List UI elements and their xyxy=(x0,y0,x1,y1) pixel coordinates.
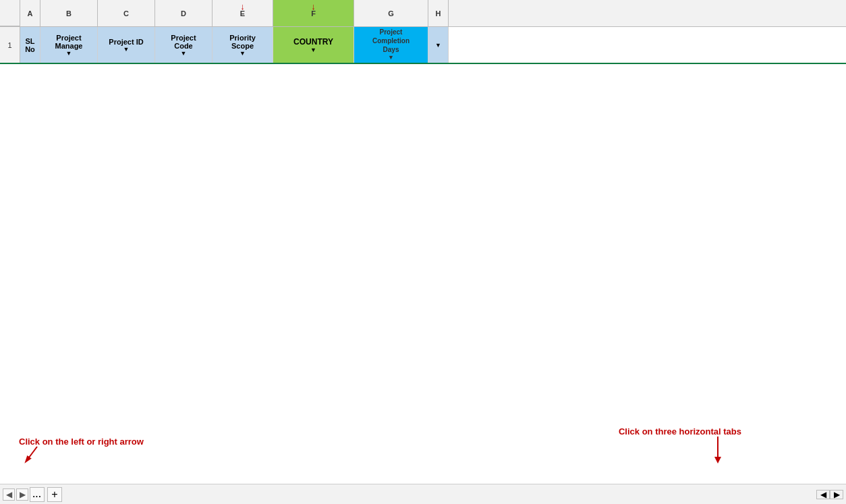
col-letter-g: G xyxy=(354,0,428,26)
data-rows: 1 SLNo ProjectManage▼ Project ID▼ Projec… xyxy=(0,27,846,64)
spreadsheet: A B C D E ↓ F ↓ G H 1 S xyxy=(0,0,846,504)
header-pm: ProjectManage▼ xyxy=(40,27,98,63)
header-days: ProjectCompletionDays ▼ xyxy=(354,27,428,63)
scroll-left-btn[interactable]: ◀ xyxy=(816,490,830,499)
header-pcode: ProjectCode ▼ xyxy=(155,27,213,63)
row-num-1: 1 xyxy=(0,27,20,63)
scroll-right-btn[interactable]: ▶ xyxy=(830,490,843,499)
corner-cell xyxy=(0,0,20,26)
col-letter-a: A xyxy=(20,0,40,26)
col-letter-c: C xyxy=(98,0,155,26)
tab-add-button[interactable]: + xyxy=(47,487,62,502)
header-scope: PriorityScope▼ xyxy=(213,27,273,63)
col-letter-f: F ↓ xyxy=(273,0,354,26)
col-letter-h: H xyxy=(428,0,449,26)
tab-nav-right[interactable]: ▶ xyxy=(16,488,28,501)
col-letter-b: B xyxy=(40,0,98,26)
sheet-area: A B C D E ↓ F ↓ G H 1 S xyxy=(0,0,846,484)
country-arrow-indicator: ↓ xyxy=(311,1,316,11)
header-country: COUNTRY▼ xyxy=(273,27,354,63)
tab-more-button[interactable]: ... xyxy=(30,487,45,502)
col-letters-row: A B C D E ↓ F ↓ G H xyxy=(0,0,846,27)
col-letter-d: D xyxy=(155,0,213,26)
tab-nav-left[interactable]: ◀ xyxy=(3,488,15,501)
header-sl: SLNo xyxy=(20,27,40,63)
scroll-controls: ◀ ▶ xyxy=(816,490,843,499)
tab-bar: ◀ ▶ ... + ◀ ▶ xyxy=(0,484,846,504)
grid: A B C D E ↓ F ↓ G H 1 S xyxy=(0,0,846,484)
header-row: 1 SLNo ProjectManage▼ Project ID▼ Projec… xyxy=(0,27,846,64)
header-pid: Project ID▼ xyxy=(98,27,155,63)
col-letter-e: E ↓ xyxy=(213,0,273,26)
header-h: ▼ xyxy=(428,27,449,63)
priority-arrow-indicator: ↓ xyxy=(240,1,245,11)
